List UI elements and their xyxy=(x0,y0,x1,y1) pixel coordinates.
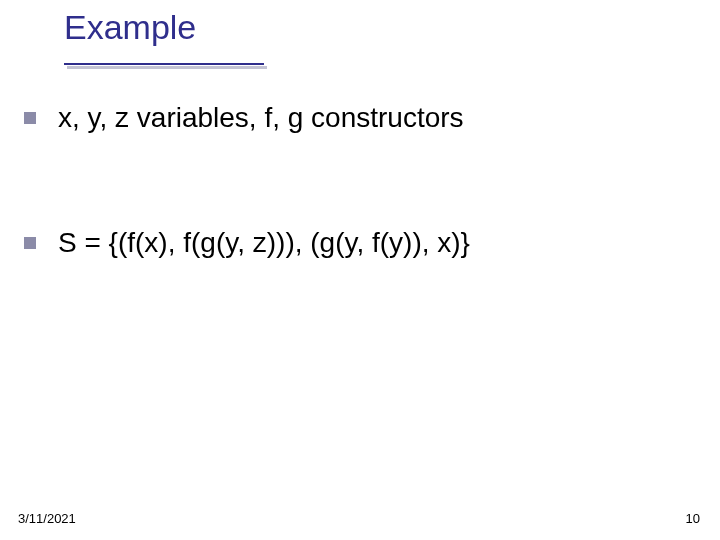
footer-page-number: 10 xyxy=(686,511,700,526)
slide: Example x, y, z variables, f, g construc… xyxy=(0,0,720,540)
title-underline xyxy=(64,63,264,65)
square-bullet-icon xyxy=(24,237,36,249)
slide-title: Example xyxy=(64,8,196,47)
title-underline-shadow xyxy=(67,66,267,69)
bullet-text: S = {(f(x), f(g(y, z))), (g(y, f(y)), x)… xyxy=(58,225,470,260)
bullet-text: x, y, z variables, f, g constructors xyxy=(58,100,464,135)
slide-title-wrap: Example xyxy=(64,8,196,47)
footer-date: 3/11/2021 xyxy=(18,511,76,526)
bullet-row: S = {(f(x), f(g(y, z))), (g(y, f(y)), x)… xyxy=(24,225,470,260)
bullet-row: x, y, z variables, f, g constructors xyxy=(24,100,464,135)
square-bullet-icon xyxy=(24,112,36,124)
